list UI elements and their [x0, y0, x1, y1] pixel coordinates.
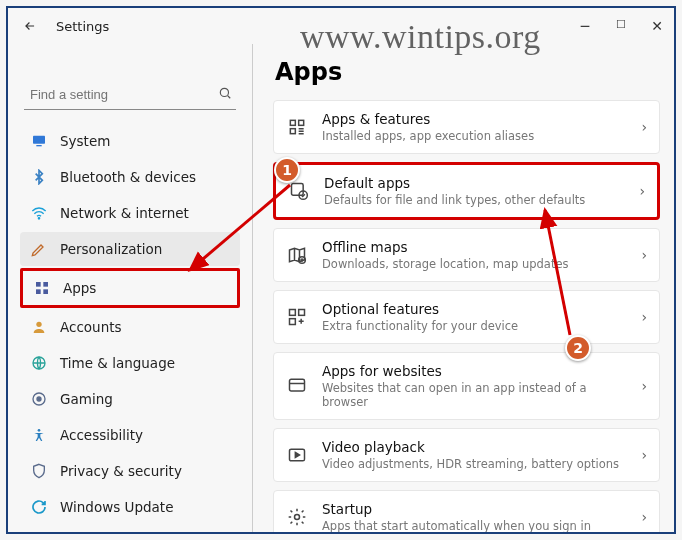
cards-list: Apps & features Installed apps, app exec… [273, 100, 660, 532]
card-desc: Websites that can open in an app instead… [322, 381, 627, 409]
chevron-right-icon: › [641, 447, 647, 463]
svg-rect-13 [290, 120, 295, 125]
svg-rect-6 [36, 289, 41, 294]
card-text: Default apps Defaults for file and link … [324, 175, 625, 207]
card-desc: Extra functionality for your device [322, 319, 627, 333]
svg-point-24 [295, 515, 300, 520]
sidebar-item-label: Windows Update [60, 499, 173, 515]
minimize-button[interactable]: ─ [576, 18, 594, 34]
card-text: Offline maps Downloads, storage location… [322, 239, 627, 271]
offline-maps-icon [286, 244, 308, 266]
card-default-apps[interactable]: Default apps Defaults for file and link … [273, 162, 660, 220]
card-startup[interactable]: Startup Apps that start automatically wh… [273, 490, 660, 532]
sidebar-item-personalization[interactable]: Personalization [20, 232, 240, 266]
sidebar-item-gaming[interactable]: Gaming [20, 382, 240, 416]
page-title: Apps [275, 58, 660, 86]
sidebar-item-network[interactable]: Network & internet [20, 196, 240, 230]
card-desc: Downloads, storage location, map updates [322, 257, 627, 271]
annotation-badge-1: 1 [274, 157, 300, 183]
sidebar-item-label: Apps [63, 280, 96, 296]
card-desc: Video adjustments, HDR streaming, batter… [322, 457, 627, 471]
sidebar-item-bluetooth[interactable]: Bluetooth & devices [20, 160, 240, 194]
close-button[interactable]: ✕ [648, 18, 666, 34]
sidebar-nav: System Bluetooth & devices Network & int… [20, 124, 240, 524]
chevron-right-icon: › [641, 247, 647, 263]
chevron-right-icon: › [641, 309, 647, 325]
sidebar-item-label: System [60, 133, 110, 149]
card-title: Apps & features [322, 111, 627, 127]
card-text: Optional features Extra functionality fo… [322, 301, 627, 333]
card-desc: Defaults for file and link types, other … [324, 193, 625, 207]
sidebar-item-apps[interactable]: Apps [23, 271, 237, 305]
back-button[interactable] [16, 12, 44, 40]
sidebar-item-windows-update[interactable]: Windows Update [20, 490, 240, 524]
sidebar-item-accessibility[interactable]: Accessibility [20, 418, 240, 452]
annotation-badge-2: 2 [565, 335, 591, 361]
sidebar-item-label: Personalization [60, 241, 162, 257]
sidebar: System Bluetooth & devices Network & int… [8, 44, 252, 532]
sidebar-apps-highlight: Apps [20, 268, 240, 308]
svg-point-3 [38, 218, 39, 219]
card-desc: Installed apps, app execution aliases [322, 129, 627, 143]
sidebar-item-label: Time & language [60, 355, 175, 371]
card-title: Apps for websites [322, 363, 627, 379]
sidebar-item-label: Accessibility [60, 427, 143, 443]
card-title: Default apps [324, 175, 625, 191]
card-video-playback[interactable]: Video playback Video adjustments, HDR st… [273, 428, 660, 482]
network-icon [30, 204, 48, 222]
search-box[interactable] [24, 80, 236, 110]
sidebar-item-time-language[interactable]: Time & language [20, 346, 240, 380]
titlebar: Settings ─ ☐ ✕ [8, 8, 674, 44]
sidebar-item-label: Gaming [60, 391, 113, 407]
card-apps-for-websites[interactable]: Apps for websites Websites that can open… [273, 352, 660, 420]
sidebar-item-privacy[interactable]: Privacy & security [20, 454, 240, 488]
card-apps-features[interactable]: Apps & features Installed apps, app exec… [273, 100, 660, 154]
svg-rect-21 [290, 319, 296, 325]
svg-rect-5 [43, 282, 48, 287]
svg-rect-2 [36, 145, 41, 146]
svg-rect-16 [292, 184, 304, 196]
content-area: System Bluetooth & devices Network & int… [8, 44, 674, 532]
accessibility-icon [30, 426, 48, 444]
card-offline-maps[interactable]: Offline maps Downloads, storage location… [273, 228, 660, 282]
svg-rect-20 [299, 310, 305, 316]
sidebar-item-label: Privacy & security [60, 463, 182, 479]
svg-rect-19 [290, 310, 296, 316]
maximize-button[interactable]: ☐ [612, 18, 630, 34]
sidebar-item-accounts[interactable]: Accounts [20, 310, 240, 344]
accounts-icon [30, 318, 48, 336]
chevron-right-icon: › [641, 509, 647, 525]
chevron-right-icon: › [641, 119, 647, 135]
main-panel: Apps Apps & features Installed apps, app… [252, 44, 674, 532]
chevron-right-icon: › [641, 378, 647, 394]
card-title: Startup [322, 501, 627, 517]
apps-features-icon [286, 116, 308, 138]
search-icon [218, 86, 232, 103]
svg-rect-4 [36, 282, 41, 287]
sidebar-item-label: Accounts [60, 319, 122, 335]
chevron-right-icon: › [639, 183, 645, 199]
search-input[interactable] [30, 87, 218, 102]
card-text: Video playback Video adjustments, HDR st… [322, 439, 627, 471]
card-desc: Apps that start automatically when you s… [322, 519, 627, 532]
privacy-icon [30, 462, 48, 480]
system-icon [30, 132, 48, 150]
window-controls: ─ ☐ ✕ [576, 18, 666, 34]
card-title: Optional features [322, 301, 627, 317]
apps-websites-icon [286, 375, 308, 397]
card-text: Apps for websites Websites that can open… [322, 363, 627, 409]
svg-rect-22 [290, 379, 305, 391]
startup-icon [286, 506, 308, 528]
apps-icon [33, 279, 51, 297]
card-title: Offline maps [322, 239, 627, 255]
window-title: Settings [56, 19, 109, 34]
sidebar-item-label: Bluetooth & devices [60, 169, 196, 185]
sidebar-item-system[interactable]: System [20, 124, 240, 158]
card-optional-features[interactable]: Optional features Extra functionality fo… [273, 290, 660, 344]
gaming-icon [30, 390, 48, 408]
settings-window: Settings ─ ☐ ✕ System Bluetooth [6, 6, 676, 534]
sidebar-item-label: Network & internet [60, 205, 189, 221]
bluetooth-icon [30, 168, 48, 186]
card-text: Apps & features Installed apps, app exec… [322, 111, 627, 143]
card-title: Video playback [322, 439, 627, 455]
